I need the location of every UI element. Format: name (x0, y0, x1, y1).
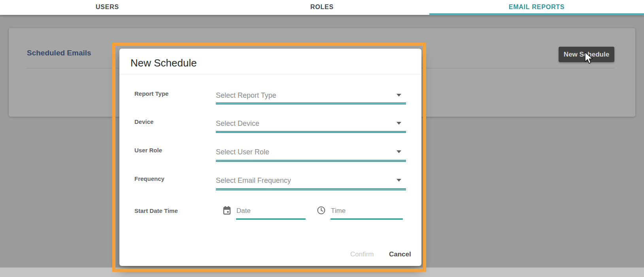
device-label: Device (134, 118, 153, 126)
start-date-time-label: Start Date Time (134, 207, 178, 215)
chevron-down-icon[interactable] (397, 179, 401, 182)
calendar-icon[interactable] (223, 206, 231, 216)
user-role-label: User Role (134, 146, 162, 154)
time-underline (330, 218, 403, 220)
new-schedule-dialog: New Schedule Report Type Select Report T… (119, 49, 421, 266)
tab-email-reports[interactable]: EMAIL REPORTS (429, 0, 644, 15)
time-input[interactable]: Time (331, 207, 346, 215)
dialog-title: New Schedule (130, 57, 197, 69)
page-bottom-strip (0, 268, 644, 277)
report-type-underline (216, 102, 406, 104)
dialog-header-divider (119, 74, 421, 74)
app-window: USERS ROLES EMAIL REPORTS Scheduled Emai… (0, 0, 644, 277)
report-type-select[interactable]: Select Report Type (216, 91, 276, 100)
tab-roles[interactable]: ROLES (215, 0, 429, 15)
tab-bar: USERS ROLES EMAIL REPORTS (0, 0, 644, 15)
chevron-down-icon[interactable] (397, 150, 401, 153)
date-input[interactable]: Date (236, 207, 251, 215)
report-type-label: Report Type (134, 90, 168, 98)
user-role-select[interactable]: Select User Role (216, 148, 269, 156)
cancel-button[interactable]: Cancel (387, 249, 414, 260)
chevron-down-icon[interactable] (397, 122, 401, 125)
frequency-underline (216, 188, 406, 190)
device-select[interactable]: Select Device (216, 119, 259, 128)
section-title: Scheduled Emails (27, 49, 91, 57)
active-tab-indicator (429, 13, 644, 15)
confirm-button[interactable]: Confirm (348, 249, 376, 260)
tab-users[interactable]: USERS (0, 0, 215, 15)
chevron-down-icon[interactable] (397, 94, 401, 97)
user-role-underline (216, 160, 406, 162)
frequency-select[interactable]: Select Email Frequency (216, 176, 291, 185)
frequency-label: Frequency (134, 175, 164, 183)
clock-icon[interactable] (317, 206, 325, 216)
date-underline (236, 218, 306, 220)
new-schedule-button[interactable]: New Schedule (559, 47, 614, 62)
device-underline (216, 131, 406, 133)
